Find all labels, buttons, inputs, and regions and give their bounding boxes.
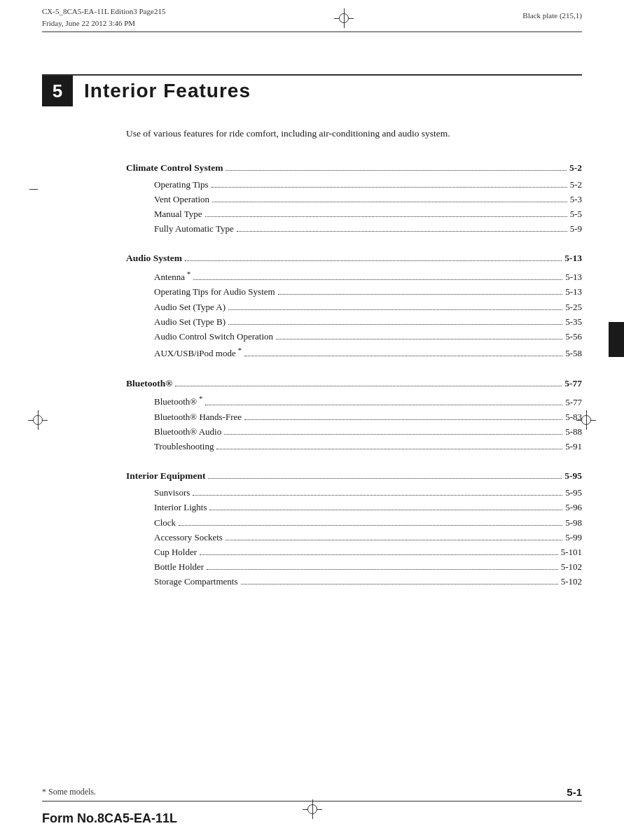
toc-sub-audio-1: Operating Tips for Audio System5-13 (126, 285, 582, 299)
toc-section-interior: Interior Equipment5-95Sunvisors5-95Inter… (126, 469, 582, 589)
toc-sub-bluetooth-2: Bluetooth® Audio5-88 (126, 425, 582, 439)
toc-dots-bluetooth (175, 386, 562, 386)
toc-page-climate: 5-2 (569, 161, 582, 176)
toc-sub-label-audio-5: AUX/USB/iPod mode * (154, 344, 242, 360)
toc-sub-bluetooth-1: Bluetooth® Hands-Free5-83 (126, 410, 582, 424)
toc-sub-dots-interior-2 (179, 525, 562, 526)
toc-sub-dots-audio-4 (276, 339, 562, 340)
toc-page-bluetooth: 5-77 (564, 377, 582, 391)
footnote: * Some models. (42, 787, 96, 797)
toc-sub-label-bluetooth-1: Bluetooth® Hands-Free (154, 410, 242, 424)
chapter-section: 5 Interior Features (42, 74, 582, 106)
header-left: CX-5_8CA5-EA-11L Edition3 Page215 Friday… (42, 6, 165, 29)
toc-sub-page-climate-3: 5-9 (570, 222, 582, 236)
page-number: 5-1 (567, 786, 582, 798)
toc-sub-page-interior-4: 5-101 (561, 545, 582, 559)
toc-sub-dots-climate-2 (205, 216, 567, 217)
toc-sub-page-climate-1: 5-3 (570, 192, 582, 206)
toc-sub-label-bluetooth-0: Bluetooth® * (154, 393, 202, 409)
toc-sub-audio-0: Antenna *5-13 (126, 268, 582, 284)
toc-sub-label-interior-2: Clock (154, 516, 176, 530)
toc-sub-dots-bluetooth-3 (216, 449, 562, 449)
toc-sub-page-audio-1: 5-13 (565, 285, 582, 299)
page-wrapper: CX-5_8CA5-EA-11L Edition3 Page215 Friday… (0, 0, 624, 840)
crosshair-bottom-circle (307, 804, 317, 814)
toc-sub-label-interior-3: Accessory Sockets (154, 531, 223, 545)
toc-sub-page-bluetooth-0: 5-77 (565, 396, 582, 410)
toc-sub-page-interior-5: 5-102 (561, 560, 582, 574)
toc-sub-label-climate-0: Operating Tips (154, 178, 209, 192)
crosshair-bottom-mark (303, 799, 322, 819)
toc-sub-bluetooth-3: Troubleshooting5-91 (126, 440, 582, 454)
toc-dots-audio (185, 260, 562, 261)
toc-sub-label-climate-1: Vent Operation (154, 192, 209, 206)
toc-sub-dots-interior-1 (209, 510, 562, 510)
toc-section-bluetooth: Bluetooth®5-77Bluetooth® *5-77Bluetooth®… (126, 377, 582, 454)
toc-sub-page-climate-2: 5-5 (570, 207, 582, 221)
toc-sub-label-interior-6: Storage Compartments (154, 575, 238, 589)
toc-sub-audio-3: Audio Set (Type B)5-35 (126, 315, 582, 329)
toc-sub-audio-4: Audio Control Switch Operation5-56 (126, 330, 582, 344)
toc-sub-dots-interior-6 (241, 584, 558, 584)
toc-sub-page-audio-5: 5-58 (565, 346, 582, 360)
toc-sub-dots-interior-0 (193, 495, 562, 496)
toc-sub-label-climate-3: Fully Automatic Type (154, 222, 234, 236)
toc-sub-dots-audio-3 (228, 324, 562, 325)
header-plate: Black plate (215,1) (522, 6, 582, 20)
toc-sub-label-interior-0: Sunvisors (154, 486, 190, 500)
crosshair-right-mark (576, 410, 596, 430)
toc-sub-interior-6: Storage Compartments5-102 (126, 575, 582, 589)
toc-sub-label-audio-3: Audio Set (Type B) (154, 315, 226, 329)
toc-sub-bluetooth-0: Bluetooth® *5-77 (126, 393, 582, 409)
crosshair-left-mark (28, 410, 48, 430)
toc-label-interior: Interior Equipment (126, 469, 205, 484)
toc-page-audio: 5-13 (564, 251, 582, 266)
toc-sub-page-interior-2: 5-98 (565, 516, 582, 530)
toc-main-audio: Audio System5-13 (126, 251, 582, 266)
toc-section-audio: Audio System5-13Antenna *5-13Operating T… (126, 251, 582, 360)
toc-sub-dots-climate-1 (212, 202, 567, 202)
toc-sub-dots-interior-3 (226, 540, 562, 540)
toc-sub-interior-4: Cup Holder5-101 (126, 545, 582, 559)
crosshair-right-circle (581, 415, 591, 425)
toc-sub-label-climate-2: Manual Type (154, 207, 202, 221)
crosshair-left (28, 410, 48, 430)
page-bottom: * Some models. 5-1 (0, 786, 624, 798)
toc-sub-label-audio-2: Audio Set (Type A) (154, 300, 226, 314)
toc-sub-dots-interior-4 (200, 554, 558, 555)
header-date: Friday, June 22 2012 3:46 PM (42, 18, 165, 29)
toc-sub-climate-3: Fully Automatic Type5-9 (126, 222, 582, 236)
toc-sub-page-bluetooth-3: 5-91 (565, 440, 582, 454)
toc-sub-page-interior-1: 5-96 (565, 500, 582, 514)
toc-sub-climate-0: Operating Tips5-2 (126, 178, 582, 192)
chapter-number: 5 (42, 76, 73, 106)
toc-sub-label-interior-5: Bottle Holder (154, 560, 204, 574)
toc-sub-audio-5: AUX/USB/iPod mode *5-58 (126, 344, 582, 360)
toc-page-interior: 5-95 (564, 469, 582, 484)
crosshair-left-circle (33, 415, 43, 425)
toc-sub-climate-2: Manual Type5-5 (126, 207, 582, 221)
toc-sub-label-audio-4: Audio Control Switch Operation (154, 330, 273, 344)
toc-sub-interior-0: Sunvisors5-95 (126, 486, 582, 500)
header-center (334, 6, 354, 28)
crosshair-bottom (303, 799, 322, 819)
toc-sub-dots-audio-0 (193, 279, 562, 280)
header-edition: CX-5_8CA5-EA-11L Edition3 Page215 (42, 6, 165, 18)
left-margin-mark (29, 189, 38, 190)
toc-sub-label-interior-1: Interior Lights (154, 500, 207, 514)
toc-sub-page-audio-0: 5-13 (565, 270, 582, 284)
toc-sub-page-climate-0: 5-2 (570, 178, 582, 192)
toc-sub-dots-climate-0 (212, 187, 567, 188)
toc-sub-dots-bluetooth-2 (224, 434, 562, 435)
toc-sub-interior-3: Accessory Sockets5-99 (126, 531, 582, 545)
toc-sub-label-bluetooth-2: Bluetooth® Audio (154, 425, 221, 439)
toc-label-bluetooth: Bluetooth® (126, 377, 172, 391)
crosshair-circle (339, 13, 349, 23)
chapter-title: Interior Features (84, 80, 251, 102)
toc-sub-climate-1: Vent Operation5-3 (126, 192, 582, 206)
page-header: CX-5_8CA5-EA-11L Edition3 Page215 Friday… (0, 0, 624, 31)
toc-sub-page-interior-6: 5-102 (561, 575, 582, 589)
toc-sub-interior-5: Bottle Holder5-102 (126, 560, 582, 574)
toc-sub-interior-1: Interior Lights5-96 (126, 500, 582, 514)
toc-sub-dots-audio-1 (278, 294, 563, 295)
